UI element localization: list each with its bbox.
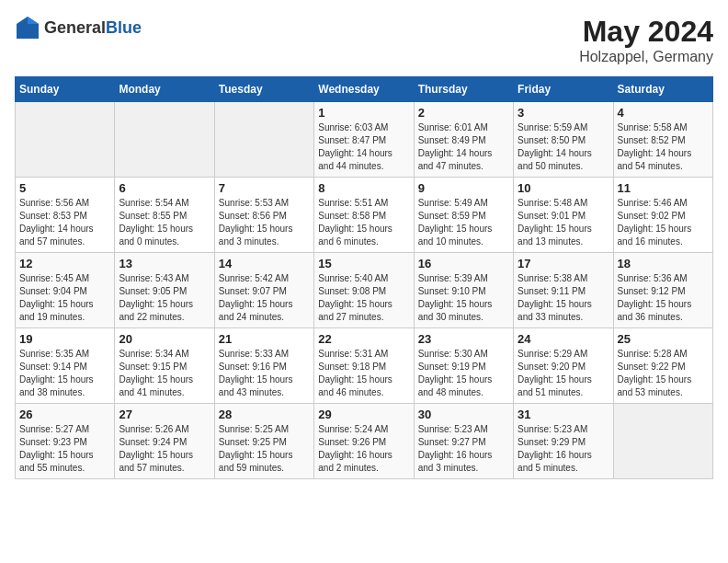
cell-content: Sunrise: 5:40 AM Sunset: 9:08 PM Dayligh… (318, 272, 409, 324)
cell-content: Sunrise: 6:01 AM Sunset: 8:49 PM Dayligh… (418, 121, 509, 173)
calendar-cell: 6Sunrise: 5:54 AM Sunset: 8:55 PM Daylig… (115, 178, 214, 253)
day-number: 3 (518, 106, 609, 120)
cell-content: Sunrise: 5:35 AM Sunset: 9:14 PM Dayligh… (19, 348, 110, 399)
calendar-cell: 27Sunrise: 5:26 AM Sunset: 9:24 PM Dayli… (115, 404, 214, 479)
week-row-4: 19Sunrise: 5:35 AM Sunset: 9:14 PM Dayli… (16, 328, 713, 404)
cell-content: Sunrise: 5:43 AM Sunset: 9:05 PM Dayligh… (119, 272, 210, 324)
calendar-cell: 23Sunrise: 5:30 AM Sunset: 9:19 PM Dayli… (414, 328, 513, 404)
calendar-cell: 22Sunrise: 5:31 AM Sunset: 9:18 PM Dayli… (314, 328, 414, 404)
page-header: GeneralBlue May 2024 Holzappel, Germany (15, 15, 713, 65)
calendar-cell: 4Sunrise: 5:58 AM Sunset: 8:52 PM Daylig… (613, 102, 712, 178)
day-number: 16 (418, 257, 509, 270)
calendar-cell: 7Sunrise: 5:53 AM Sunset: 8:56 PM Daylig… (214, 178, 313, 253)
day-number: 5 (19, 181, 110, 195)
day-number: 31 (518, 408, 609, 421)
calendar-cell: 16Sunrise: 5:39 AM Sunset: 9:10 PM Dayli… (414, 253, 513, 328)
calendar-cell: 1Sunrise: 6:03 AM Sunset: 8:47 PM Daylig… (314, 102, 414, 178)
generalblue-logo-icon (15, 15, 40, 40)
calendar-title: May 2024 (579, 15, 713, 49)
calendar-subtitle: Holzappel, Germany (579, 49, 713, 65)
calendar-cell: 25Sunrise: 5:28 AM Sunset: 9:22 PM Dayli… (613, 328, 712, 404)
calendar-cell: 10Sunrise: 5:48 AM Sunset: 9:01 PM Dayli… (514, 178, 613, 253)
cell-content: Sunrise: 5:46 AM Sunset: 9:02 PM Dayligh… (618, 197, 709, 248)
header-day-saturday: Saturday (613, 77, 712, 102)
header-day-tuesday: Tuesday (214, 77, 313, 102)
day-number: 21 (219, 332, 310, 346)
cell-content: Sunrise: 6:03 AM Sunset: 8:47 PM Dayligh… (318, 121, 409, 173)
calendar-cell: 17Sunrise: 5:38 AM Sunset: 9:11 PM Dayli… (514, 253, 613, 328)
title-section: May 2024 Holzappel, Germany (579, 15, 713, 65)
calendar-cell: 31Sunrise: 5:23 AM Sunset: 9:29 PM Dayli… (514, 404, 613, 479)
cell-content: Sunrise: 5:29 AM Sunset: 9:20 PM Dayligh… (518, 348, 609, 399)
calendar-cell: 8Sunrise: 5:51 AM Sunset: 8:58 PM Daylig… (314, 178, 414, 253)
calendar-header: SundayMondayTuesdayWednesdayThursdayFrid… (16, 77, 713, 102)
cell-content: Sunrise: 5:28 AM Sunset: 9:22 PM Dayligh… (618, 348, 709, 399)
calendar-cell (16, 102, 115, 178)
week-row-2: 5Sunrise: 5:56 AM Sunset: 8:53 PM Daylig… (16, 178, 713, 253)
cell-content: Sunrise: 5:23 AM Sunset: 9:29 PM Dayligh… (518, 423, 609, 475)
cell-content: Sunrise: 5:26 AM Sunset: 9:24 PM Dayligh… (119, 423, 210, 475)
header-day-wednesday: Wednesday (314, 77, 414, 102)
cell-content: Sunrise: 5:56 AM Sunset: 8:53 PM Dayligh… (19, 197, 110, 248)
day-number: 28 (219, 408, 310, 421)
day-number: 13 (119, 257, 210, 270)
cell-content: Sunrise: 5:36 AM Sunset: 9:12 PM Dayligh… (618, 272, 709, 324)
cell-content: Sunrise: 5:54 AM Sunset: 8:55 PM Dayligh… (119, 197, 210, 248)
logo-blue-text: Blue (106, 18, 142, 37)
day-number: 26 (19, 408, 110, 421)
day-number: 1 (318, 106, 409, 120)
calendar-cell: 28Sunrise: 5:25 AM Sunset: 9:25 PM Dayli… (214, 404, 313, 479)
day-number: 24 (518, 332, 609, 346)
day-number: 29 (318, 408, 409, 421)
calendar-cell: 20Sunrise: 5:34 AM Sunset: 9:15 PM Dayli… (115, 328, 214, 404)
header-day-thursday: Thursday (414, 77, 513, 102)
week-row-3: 12Sunrise: 5:45 AM Sunset: 9:04 PM Dayli… (16, 253, 713, 328)
cell-content: Sunrise: 5:30 AM Sunset: 9:19 PM Dayligh… (418, 348, 509, 399)
header-day-friday: Friday (514, 77, 613, 102)
cell-content: Sunrise: 5:45 AM Sunset: 9:04 PM Dayligh… (19, 272, 110, 324)
day-number: 25 (618, 332, 709, 346)
logo-general-text: General (44, 18, 106, 37)
cell-content: Sunrise: 5:34 AM Sunset: 9:15 PM Dayligh… (119, 348, 210, 399)
day-number: 14 (219, 257, 310, 270)
calendar-cell: 21Sunrise: 5:33 AM Sunset: 9:16 PM Dayli… (214, 328, 313, 404)
calendar-cell: 14Sunrise: 5:42 AM Sunset: 9:07 PM Dayli… (214, 253, 313, 328)
calendar-cell: 18Sunrise: 5:36 AM Sunset: 9:12 PM Dayli… (613, 253, 712, 328)
calendar-cell: 5Sunrise: 5:56 AM Sunset: 8:53 PM Daylig… (16, 178, 115, 253)
calendar-table: SundayMondayTuesdayWednesdayThursdayFrid… (15, 76, 713, 479)
calendar-cell (613, 404, 712, 479)
cell-content: Sunrise: 5:49 AM Sunset: 8:59 PM Dayligh… (418, 197, 509, 248)
day-number: 15 (318, 257, 409, 270)
calendar-cell: 26Sunrise: 5:27 AM Sunset: 9:23 PM Dayli… (16, 404, 115, 479)
header-day-monday: Monday (115, 77, 214, 102)
cell-content: Sunrise: 5:58 AM Sunset: 8:52 PM Dayligh… (618, 121, 709, 173)
calendar-cell: 30Sunrise: 5:23 AM Sunset: 9:27 PM Dayli… (414, 404, 513, 479)
cell-content: Sunrise: 5:23 AM Sunset: 9:27 PM Dayligh… (418, 423, 509, 475)
cell-content: Sunrise: 5:48 AM Sunset: 9:01 PM Dayligh… (518, 197, 609, 248)
day-number: 30 (418, 408, 509, 421)
calendar-cell (115, 102, 214, 178)
day-number: 20 (119, 332, 210, 346)
day-number: 4 (618, 106, 709, 120)
day-number: 17 (518, 257, 609, 270)
week-row-1: 1Sunrise: 6:03 AM Sunset: 8:47 PM Daylig… (16, 102, 713, 178)
calendar-cell: 29Sunrise: 5:24 AM Sunset: 9:26 PM Dayli… (314, 404, 414, 479)
calendar-body: 1Sunrise: 6:03 AM Sunset: 8:47 PM Daylig… (16, 102, 713, 479)
calendar-cell: 2Sunrise: 6:01 AM Sunset: 8:49 PM Daylig… (414, 102, 513, 178)
day-number: 23 (418, 332, 509, 346)
day-number: 12 (19, 257, 110, 270)
header-row: SundayMondayTuesdayWednesdayThursdayFrid… (16, 77, 713, 102)
calendar-cell: 3Sunrise: 5:59 AM Sunset: 8:50 PM Daylig… (514, 102, 613, 178)
cell-content: Sunrise: 5:31 AM Sunset: 9:18 PM Dayligh… (318, 348, 409, 399)
day-number: 6 (119, 181, 210, 195)
day-number: 2 (418, 106, 509, 120)
day-number: 10 (518, 181, 609, 195)
cell-content: Sunrise: 5:42 AM Sunset: 9:07 PM Dayligh… (219, 272, 310, 324)
calendar-cell: 13Sunrise: 5:43 AM Sunset: 9:05 PM Dayli… (115, 253, 214, 328)
calendar-cell: 24Sunrise: 5:29 AM Sunset: 9:20 PM Dayli… (514, 328, 613, 404)
calendar-cell: 15Sunrise: 5:40 AM Sunset: 9:08 PM Dayli… (314, 253, 414, 328)
day-number: 18 (618, 257, 709, 270)
cell-content: Sunrise: 5:53 AM Sunset: 8:56 PM Dayligh… (219, 197, 310, 248)
week-row-5: 26Sunrise: 5:27 AM Sunset: 9:23 PM Dayli… (16, 404, 713, 479)
day-number: 7 (219, 181, 310, 195)
